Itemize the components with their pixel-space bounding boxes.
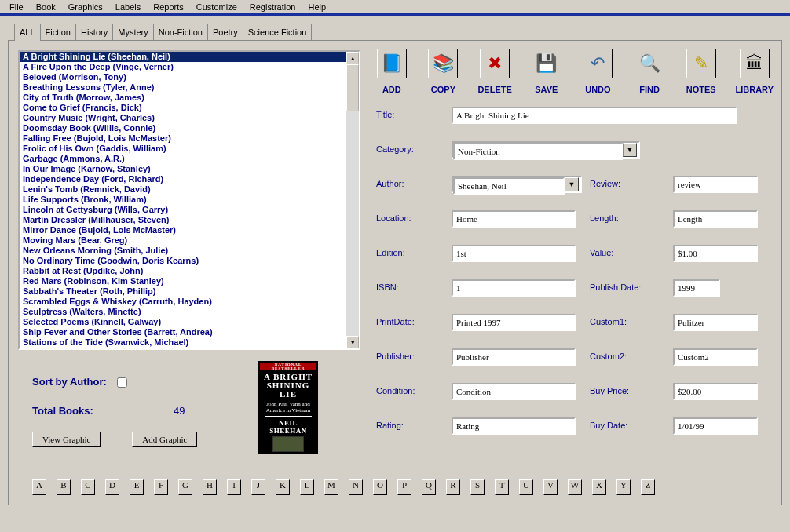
alpha-a-button[interactable]: A [32, 479, 46, 495]
alpha-f-button[interactable]: F [154, 479, 168, 495]
alpha-l-button[interactable]: L [300, 479, 314, 495]
tab-mystery[interactable]: Mystery [112, 24, 154, 40]
alpha-m-button[interactable]: M [324, 479, 338, 495]
edition-field[interactable] [452, 245, 576, 262]
alpha-t-button[interactable]: T [495, 479, 509, 495]
list-item[interactable]: Tehanu (LeGuin, Ursula K.) [20, 348, 346, 348]
list-item[interactable]: Red Mars (Robinson, Kim Stanley) [20, 276, 346, 286]
sort-by-author-checkbox[interactable] [117, 377, 127, 388]
custom2-field[interactable] [673, 348, 758, 366]
alpha-w-button[interactable]: W [568, 479, 582, 495]
alpha-x-button[interactable]: X [592, 479, 606, 495]
list-item[interactable]: A Fire Upon the Deep (Vinge, Verner) [20, 62, 346, 72]
alpha-b-button[interactable]: B [57, 479, 71, 495]
list-item[interactable]: Martin Dressler (Millhauser, Steven) [20, 215, 346, 225]
notes-button[interactable]: ✎NOTES [684, 49, 719, 94]
list-item[interactable]: Come to Grief (Francis, Dick) [20, 103, 346, 113]
tab-all[interactable]: ALL [14, 24, 41, 41]
list-item[interactable]: Selected Poems (Kinnell, Galway) [20, 317, 346, 327]
alpha-s-button[interactable]: S [470, 479, 485, 495]
alpha-e-button[interactable]: E [130, 479, 144, 495]
book-listbox[interactable]: A Bright Shining Lie (Sheehan, Neil)A Fi… [18, 50, 360, 350]
view-graphic-button[interactable]: View Graphic [32, 432, 101, 447]
list-item[interactable]: Country Music (Wright, Charles) [20, 113, 346, 123]
scroll-up-button[interactable]: ▴ [346, 52, 359, 64]
location-field[interactable] [452, 210, 576, 228]
print-date-field[interactable] [452, 314, 576, 331]
alpha-d-button[interactable]: D [105, 479, 119, 495]
menu-help[interactable]: Help [302, 2, 332, 12]
list-item[interactable]: Ship Fever and Other Stories (Barrett, A… [20, 327, 346, 337]
tab-non-fiction[interactable]: Non-Fiction [153, 24, 208, 40]
list-item[interactable]: Falling Free (Bujold, Lois McMaster) [20, 133, 346, 144]
alpha-u-button[interactable]: U [519, 479, 533, 495]
alpha-i-button[interactable]: I [227, 479, 241, 495]
alpha-n-button[interactable]: N [349, 479, 363, 495]
list-item[interactable]: Doomsday Book (Willis, Connie) [20, 123, 346, 133]
copy-button[interactable]: 📚COPY [426, 49, 461, 94]
alpha-z-button[interactable]: Z [641, 479, 655, 495]
tab-fiction[interactable]: Fiction [40, 24, 76, 40]
menu-labels[interactable]: Labels [109, 2, 147, 12]
author-field[interactable] [453, 177, 565, 195]
alpha-c-button[interactable]: C [81, 479, 95, 495]
list-item[interactable]: No Ordinary Time (Goodwin, Doris Kearns) [20, 256, 346, 266]
alpha-y-button[interactable]: Y [616, 479, 631, 495]
title-field[interactable] [452, 107, 737, 124]
menu-registration[interactable]: Registration [243, 2, 302, 12]
alpha-q-button[interactable]: Q [422, 479, 436, 495]
list-item[interactable]: Frolic of His Own (Gaddis, William) [20, 144, 346, 154]
list-item[interactable]: Sabbath's Theater (Roth, Phillip) [20, 286, 346, 297]
alpha-p-button[interactable]: P [397, 479, 411, 495]
publisher-field[interactable] [452, 348, 576, 366]
alpha-v-button[interactable]: V [543, 479, 558, 495]
list-item[interactable]: Lenin's Tomb (Remnick, David) [20, 184, 346, 195]
list-item[interactable]: Independence Day (Ford, Richard) [20, 174, 346, 184]
undo-button[interactable]: ↶UNDO [581, 49, 616, 94]
chevron-down-icon[interactable]: ▼ [623, 143, 637, 157]
tab-history[interactable]: History [75, 24, 113, 40]
alpha-h-button[interactable]: H [203, 479, 217, 495]
menu-file[interactable]: File [3, 2, 30, 12]
chevron-down-icon[interactable]: ▼ [565, 177, 579, 191]
alpha-j-button[interactable]: J [251, 479, 265, 495]
list-item[interactable]: City of Truth (Morrow, James) [20, 93, 346, 103]
custom1-field[interactable] [673, 314, 758, 331]
scroll-down-button[interactable]: ▾ [346, 336, 359, 348]
library-button[interactable]: 🏛LIBRARY [735, 49, 773, 94]
alpha-g-button[interactable]: G [178, 479, 192, 495]
find-button[interactable]: 🔍FIND [632, 49, 667, 94]
list-item[interactable]: Sculptress (Walters, Minette) [20, 307, 346, 317]
list-item[interactable]: Lincoln at Gettysburg (Wills, Garry) [20, 205, 346, 215]
add-graphic-button[interactable]: Add Graphic [132, 432, 197, 447]
list-item[interactable]: Beloved (Morrison, Tony) [20, 72, 346, 82]
menu-reports[interactable]: Reports [147, 2, 190, 12]
value-field[interactable] [673, 245, 758, 262]
list-item[interactable]: A Bright Shining Lie (Sheehan, Neil) [20, 52, 346, 62]
list-item[interactable]: New Orleans Morning (Smith, Julie) [20, 246, 346, 256]
category-field[interactable] [453, 143, 623, 160]
author-combo[interactable]: ▼ [452, 176, 582, 193]
list-item[interactable]: Rabbit at Rest (Updike, John) [20, 266, 346, 276]
menu-customize[interactable]: Customize [190, 2, 243, 12]
isbn-field[interactable] [452, 279, 576, 297]
condition-field[interactable] [452, 383, 576, 400]
menu-graphics[interactable]: Graphics [62, 2, 109, 12]
tab-science-fiction[interactable]: Science Fiction [243, 24, 313, 40]
delete-button[interactable]: ✖DELETE [477, 49, 512, 94]
list-item[interactable]: Scrambled Eggs & Whiskey (Carruth, Hayde… [20, 297, 346, 307]
list-item[interactable]: Moving Mars (Bear, Greg) [20, 235, 346, 246]
category-combo[interactable]: ▼ [452, 141, 640, 159]
rating-field[interactable] [452, 417, 576, 435]
review-field[interactable] [673, 176, 758, 193]
menu-book[interactable]: Book [30, 2, 62, 12]
length-field[interactable] [673, 210, 758, 228]
list-item[interactable]: Breathing Lessons (Tyler, Anne) [20, 82, 346, 93]
list-item[interactable]: Life Supports (Bronk, William) [20, 195, 346, 205]
buy-date-field[interactable] [673, 417, 758, 435]
add-button[interactable]: 📘ADD [375, 49, 409, 94]
list-item[interactable]: In Our Image (Karnow, Stanley) [20, 164, 346, 174]
scroll-thumb[interactable] [346, 64, 359, 111]
vertical-scrollbar[interactable]: ▴ ▾ [346, 52, 359, 348]
publish-date-field[interactable] [673, 279, 720, 297]
